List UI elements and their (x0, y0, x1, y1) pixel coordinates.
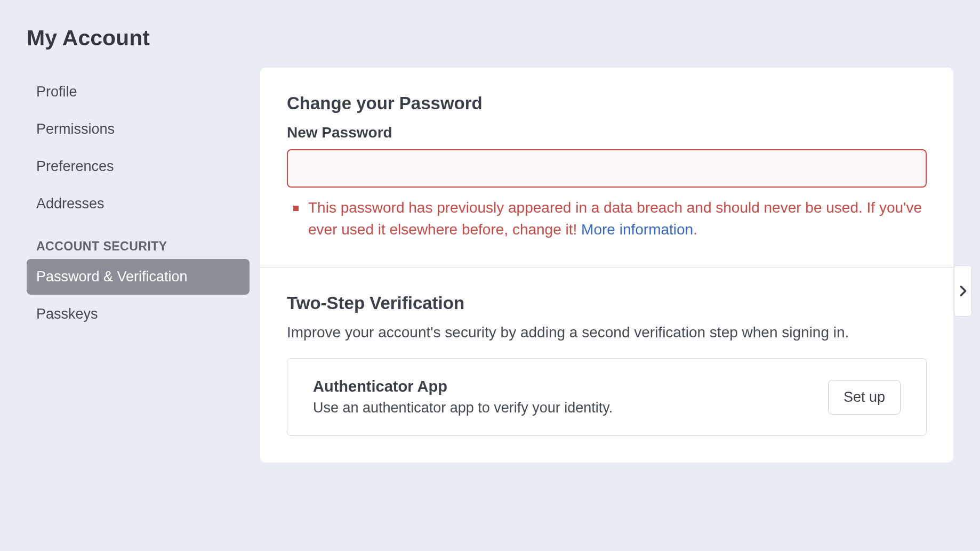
more-information-link[interactable]: More information (581, 221, 693, 238)
sidebar-item-addresses[interactable]: Addresses (27, 186, 250, 222)
two-step-description: Improve your account's security by addin… (287, 324, 927, 341)
change-password-section: Change your Password New Password This p… (260, 68, 953, 268)
chevron-right-icon (959, 285, 967, 297)
authenticator-app-card: Authenticator App Use an authenticator a… (287, 358, 927, 436)
sidebar-item-profile[interactable]: Profile (27, 74, 250, 110)
setup-button[interactable]: Set up (828, 380, 901, 415)
sidebar-section-header: ACCOUNT SECURITY (27, 223, 250, 259)
authenticator-app-subtitle: Use an authenticator app to verify your … (313, 400, 613, 416)
side-expand-button[interactable] (954, 265, 972, 317)
two-step-title: Two-Step Verification (287, 293, 927, 313)
change-password-title: Change your Password (287, 93, 927, 114)
page-title: My Account (27, 26, 953, 51)
password-error-trailing: . (693, 221, 697, 238)
new-password-input[interactable] (287, 149, 927, 188)
sidebar-item-permissions[interactable]: Permissions (27, 111, 250, 147)
authenticator-app-info: Authenticator App Use an authenticator a… (313, 378, 613, 416)
password-error-list: This password has previously appeared in… (287, 197, 927, 240)
password-error-item: This password has previously appeared in… (308, 197, 927, 240)
authenticator-app-title: Authenticator App (313, 378, 613, 395)
new-password-label: New Password (287, 124, 927, 141)
sidebar-item-passkeys[interactable]: Passkeys (27, 296, 250, 332)
two-step-section: Two-Step Verification Improve your accou… (260, 268, 953, 463)
sidebar-item-preferences[interactable]: Preferences (27, 149, 250, 184)
main-card: Change your Password New Password This p… (260, 68, 953, 463)
sidebar-item-password-verification[interactable]: Password & Verification (27, 259, 250, 295)
sidebar: Profile Permissions Preferences Addresse… (27, 68, 250, 463)
